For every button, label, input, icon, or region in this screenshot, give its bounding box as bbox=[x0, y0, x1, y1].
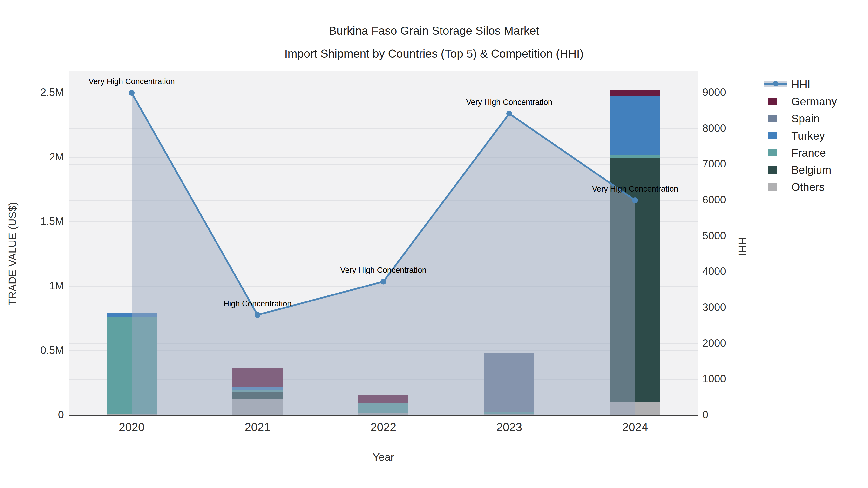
y-right-tick-1000: 1000 bbox=[702, 373, 760, 385]
annotation-2022: Very High Concentration bbox=[340, 266, 427, 275]
legend-label-germany: Germany bbox=[791, 95, 837, 108]
legend-label-belgium: Belgium bbox=[791, 163, 831, 176]
y-left-tick-0.5M: 0.5M bbox=[11, 344, 64, 356]
color-swatch-icon bbox=[764, 93, 791, 110]
y-right-tick-7000: 7000 bbox=[702, 158, 760, 170]
legend-label-hhi: HHI bbox=[791, 78, 810, 91]
y-left-tick-2M: 2M bbox=[11, 151, 64, 163]
color-swatch-icon bbox=[764, 127, 791, 144]
annotation-2023: Very High Concentration bbox=[466, 98, 552, 107]
legend-label-spain: Spain bbox=[791, 112, 820, 125]
france-swatch bbox=[768, 149, 777, 156]
hhi-line-icon bbox=[764, 76, 791, 93]
legend-label-france: France bbox=[791, 146, 826, 159]
legend-item-spain[interactable]: Spain bbox=[764, 110, 837, 127]
legend-label-turkey: Turkey bbox=[791, 129, 825, 142]
y-axis-title-left: TRADE VALUE (US$) bbox=[6, 202, 19, 305]
legend-item-france[interactable]: France bbox=[764, 144, 837, 161]
legend-item-germany[interactable]: Germany bbox=[764, 93, 837, 110]
hhi-marker-2023[interactable] bbox=[506, 110, 512, 117]
chart-title: Burkina Faso Grain Storage Silos Market … bbox=[0, 19, 868, 65]
legend-item-others[interactable]: Others bbox=[764, 178, 837, 195]
x-tick-2020: 2020 bbox=[95, 421, 168, 434]
legend: HHIGermanySpainTurkeyFranceBelgiumOthers bbox=[764, 76, 837, 195]
spain-swatch bbox=[768, 115, 777, 122]
y-right-tick-5000: 5000 bbox=[702, 230, 760, 242]
chart-title-line2: Import Shipment by Countries (Top 5) & C… bbox=[0, 42, 868, 65]
belgium-swatch bbox=[768, 166, 777, 173]
y-left-tick-1M: 1M bbox=[11, 280, 64, 292]
legend-item-hhi[interactable]: HHI bbox=[764, 76, 837, 93]
y-right-tick-6000: 6000 bbox=[702, 194, 760, 206]
hhi-marker-2020[interactable] bbox=[129, 90, 134, 96]
x-tick-2021: 2021 bbox=[221, 421, 294, 434]
y-left-tick-1.5M: 1.5M bbox=[11, 215, 64, 227]
color-swatch-icon bbox=[764, 161, 791, 178]
others-swatch bbox=[768, 183, 777, 191]
hhi-marker-2022[interactable] bbox=[380, 279, 386, 284]
y-axis-title-right: HHI bbox=[736, 237, 748, 256]
y-left-tick-0: 0 bbox=[11, 409, 64, 421]
y-right-tick-8000: 8000 bbox=[702, 122, 760, 134]
x-axis-title: Year bbox=[373, 451, 394, 463]
y-right-tick-4000: 4000 bbox=[702, 265, 760, 278]
hhi-line-layer bbox=[69, 71, 698, 415]
y-right-tick-2000: 2000 bbox=[702, 337, 760, 349]
hhi-area-fill bbox=[132, 93, 635, 415]
y-right-tick-3000: 3000 bbox=[702, 301, 760, 313]
legend-item-belgium[interactable]: Belgium bbox=[764, 161, 837, 178]
legend-label-others: Others bbox=[791, 181, 825, 194]
figure: Burkina Faso Grain Storage Silos Market … bbox=[0, 0, 868, 488]
color-swatch-icon bbox=[764, 144, 791, 161]
annotation-2021: High Concentration bbox=[223, 299, 292, 308]
color-swatch-icon bbox=[764, 110, 791, 127]
y-left-tick-2.5M: 2.5M bbox=[11, 86, 64, 98]
hhi-marker-2024[interactable] bbox=[632, 197, 638, 203]
turkey-swatch bbox=[768, 132, 777, 139]
x-tick-2023: 2023 bbox=[473, 421, 546, 434]
x-tick-2024: 2024 bbox=[599, 421, 671, 434]
hhi-marker-sample bbox=[773, 81, 778, 86]
y-right-tick-0: 0 bbox=[702, 409, 760, 421]
germany-swatch bbox=[768, 98, 777, 105]
chart-title-line1: Burkina Faso Grain Storage Silos Market bbox=[0, 19, 868, 42]
annotation-2024: Very High Concentration bbox=[592, 184, 678, 194]
color-swatch-icon bbox=[764, 178, 791, 195]
legend-item-turkey[interactable]: Turkey bbox=[764, 127, 837, 144]
annotation-2020: Very High Concentration bbox=[89, 77, 175, 86]
x-tick-2022: 2022 bbox=[347, 421, 420, 434]
x-axis-line bbox=[69, 415, 698, 416]
hhi-marker-2021[interactable] bbox=[255, 312, 260, 318]
y-right-tick-9000: 9000 bbox=[702, 86, 760, 98]
